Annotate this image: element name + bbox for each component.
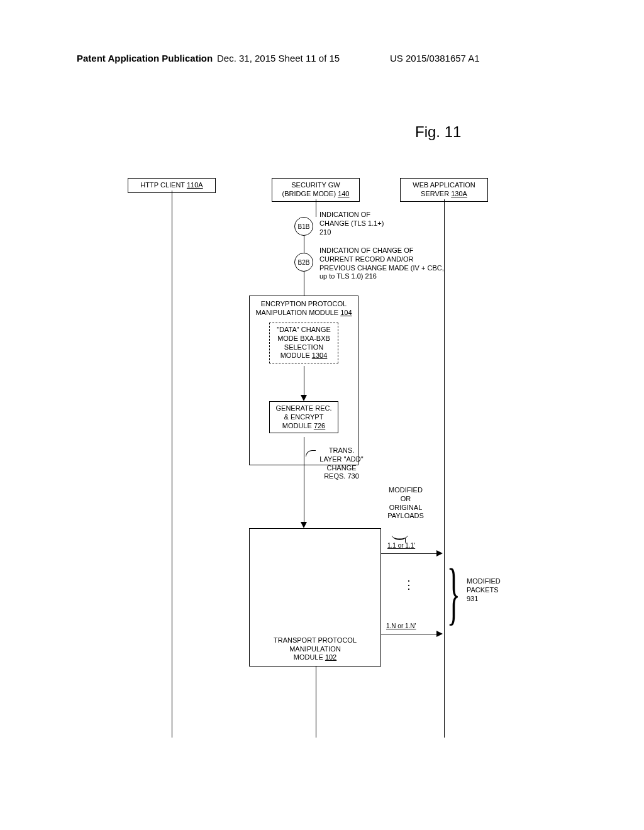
actor-web-app-server: WEB APPLICATION SERVER 130A: [400, 178, 488, 202]
dc-id: 1304: [312, 351, 327, 359]
arrowhead-datachange-to-gen: [301, 395, 307, 401]
gw-line1: SECURITY GW: [291, 181, 340, 189]
arrow-pkt-last: [381, 634, 438, 634]
b2b-l4: up to TLS 1.0) 216: [319, 272, 377, 280]
b1b-l1: INDICATION OF: [319, 211, 370, 218]
brace-packets: }: [447, 553, 460, 633]
modified-packets-label: MODIFIED PACKETS 931: [467, 577, 501, 603]
pl-l2: OR: [401, 495, 411, 502]
mp-l2: PACKETS: [467, 586, 499, 594]
pkt-last-label: 1.N or 1.N': [386, 622, 416, 631]
b1b-tag: B1B: [298, 223, 310, 230]
payload-tick-1: [405, 538, 406, 543]
line-b2b-down: [304, 272, 304, 296]
mp-l1: MODIFIED: [467, 577, 501, 585]
dc-l4: MODULE: [280, 351, 310, 359]
tpm-l2: MODULE: [294, 653, 323, 661]
ta-l4: REQS. 730: [324, 472, 359, 480]
http-client-name: HTTP CLIENT: [140, 181, 185, 189]
b2b-l3: PREVIOUS CHANGE MADE (IV + CBC,: [319, 264, 444, 272]
brace-payloads: ⏝: [391, 522, 408, 541]
lifeline-gw-bottom: [316, 667, 316, 738]
b2b-circle: B2B: [294, 253, 313, 272]
ta-l2: LAYER "ADD": [319, 455, 363, 463]
b1b-circle: B1B: [294, 217, 313, 236]
b2b-l1: INDICATION OF CHANGE OF: [319, 246, 414, 254]
b2b-text: INDICATION OF CHANGE OF CURRENT RECORD A…: [319, 246, 444, 281]
lifeline-client: [172, 191, 172, 738]
pkt-last: 1.N or 1.N': [386, 622, 416, 629]
arrowhead-gen-to-transport: [301, 522, 307, 528]
pl-l1: MODIFIED: [389, 486, 423, 494]
tpm-title: TRANSPORT PROTOCOL MANIPULATION MODULE 1…: [250, 636, 380, 662]
server-id: 130A: [451, 190, 467, 197]
mp-l3: 931: [467, 595, 478, 602]
trans-layer-add-label: TRANS. LAYER "ADD" CHANGE REQS. 730: [316, 446, 367, 481]
payloads-label: MODIFIED OR ORIGINAL PAYLOADS: [384, 486, 428, 521]
actor-security-gw: SECURITY GW (BRIDGE MODE) 140: [272, 178, 360, 202]
dc-l3: SELECTION: [284, 343, 323, 351]
curve-trans-add: [306, 450, 316, 456]
arrow-pkt-first: [381, 553, 438, 554]
ge-l1: GENERATE REC.: [275, 404, 331, 412]
arrow-gen-to-transport: [304, 437, 304, 524]
gw-line2: (BRIDGE MODE): [282, 190, 336, 197]
enc-l1: ENCRYPTION PROTOCOL: [261, 300, 347, 307]
b1b-l2: CHANGE (TLS 1.1+): [319, 219, 384, 227]
header-middle: Dec. 31, 2015 Sheet 11 of 15: [217, 53, 340, 64]
ta-l1: TRANS.: [329, 446, 354, 454]
ge-id: 726: [314, 422, 325, 429]
pkt-first: 1.1 or 1.1': [387, 542, 415, 549]
page: Patent Application Publication Dec. 31, …: [0, 0, 644, 830]
ge-l2: & ENCRYPT: [284, 413, 324, 421]
ta-l3: CHANGE: [326, 464, 356, 472]
dc-l1: "DATA" CHANGE: [277, 326, 331, 333]
header-left: Patent Application Publication: [77, 53, 213, 64]
lifeline-server: [444, 199, 445, 738]
b2b-tag: B2B: [298, 259, 310, 266]
arrow-datachange-to-gen: [304, 366, 304, 396]
dc-l2: MODE BXA-BXB: [277, 335, 330, 342]
b1b-l3: 210: [319, 228, 331, 236]
tpm-l1: TRANSPORT PROTOCOL MANIPULATION: [274, 636, 357, 653]
pkt-first-label: 1.1 or 1.1': [387, 542, 415, 550]
b1b-text: INDICATION OF CHANGE (TLS 1.1+) 210: [319, 211, 384, 236]
arrowhead-pkt-last: [436, 631, 443, 637]
pl-l3: ORIGINAL: [389, 504, 423, 511]
ge-l3: MODULE: [282, 422, 312, 429]
tpm-id: 102: [325, 653, 336, 661]
server-line1: WEB APPLICATION: [413, 181, 475, 189]
server-line2: SERVER: [421, 190, 449, 197]
ellipsis-icon: ⋮: [403, 582, 414, 588]
b2b-l2: CURRENT RECORD AND/OR: [319, 255, 414, 263]
enc-mod-title: ENCRYPTION PROTOCOL MANIPULATION MODULE …: [252, 300, 355, 318]
http-client-id: 110A: [187, 181, 203, 189]
line-b1b-down: [304, 236, 304, 253]
header-right: US 2015/0381657 A1: [390, 53, 480, 64]
arrowhead-pkt-first: [436, 550, 443, 556]
lifeline-gw-top: [316, 199, 316, 217]
pl-l4: PAYLOADS: [387, 512, 424, 519]
generate-rec-encrypt-module: GENERATE REC. & ENCRYPT MODULE 726: [269, 401, 338, 433]
transport-manip-module: TRANSPORT PROTOCOL MANIPULATION MODULE 1…: [249, 528, 381, 667]
figure-label: Fig. 11: [415, 123, 461, 141]
enc-l2: MANIPULATION MODULE: [255, 309, 338, 316]
gw-id: 140: [338, 190, 349, 197]
enc-id: 104: [340, 309, 352, 316]
data-change-mode-module: "DATA" CHANGE MODE BXA-BXB SELECTION MOD…: [269, 323, 338, 363]
